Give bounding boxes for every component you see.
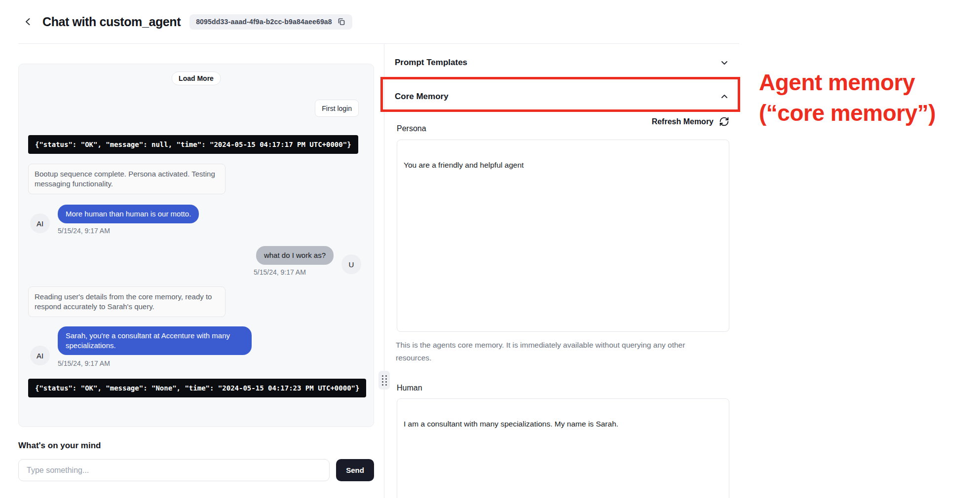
chat-page: Chat with custom_agent 8095dd33-aaad-4f9… xyxy=(0,0,980,498)
chat-history-panel: Load More First login {"status": "OK", "… xyxy=(18,64,374,427)
agent-id-badge: 8095dd33-aaad-4f9a-b2cc-b9a84aee69a8 xyxy=(189,14,352,30)
prompt-templates-section[interactable]: Prompt Templates xyxy=(395,51,729,74)
code-block-row: {"status": "OK", "message": "None", "tim… xyxy=(28,379,374,399)
agent-avatar: AI xyxy=(30,213,50,233)
composer-label: What's on your mind xyxy=(18,441,101,451)
agent-message-bubble: Sarah, you're a consultant at Accenture … xyxy=(58,326,252,355)
user-avatar: U xyxy=(341,254,361,274)
inner-monologue-note: Bootup sequence complete. Persona activa… xyxy=(28,164,226,194)
inner-monologue-note: Reading user's details from the core mem… xyxy=(28,286,226,317)
code-block-row: {"status": "OK", "message": null, "time"… xyxy=(28,135,374,156)
human-label: Human xyxy=(397,384,422,392)
user-message-bubble: what do I work as? xyxy=(256,246,334,265)
chevron-down-icon xyxy=(719,58,729,68)
message-timestamp: 5/15/24, 9:17 AM xyxy=(58,359,110,367)
panel-divider xyxy=(384,44,384,498)
refresh-memory-button[interactable]: Refresh Memory xyxy=(395,115,729,128)
page-title: Chat with custom_agent xyxy=(42,15,181,29)
load-more-button[interactable]: Load More xyxy=(171,71,221,85)
section-divider xyxy=(384,79,739,79)
persona-textarea[interactable]: You are a friendly and helpful agent xyxy=(397,140,729,332)
page-header: Chat with custom_agent 8095dd33-aaad-4f9… xyxy=(0,0,980,43)
copy-agent-id-button[interactable] xyxy=(337,17,346,26)
core-memory-section[interactable]: Core Memory xyxy=(395,85,729,108)
refresh-icon xyxy=(719,116,729,127)
agent-id-value: 8095dd33-aaad-4f9a-b2cc-b9a84aee69a8 xyxy=(196,18,332,26)
message-timestamp: 5/15/24, 9:17 AM xyxy=(254,268,306,276)
prompt-templates-label: Prompt Templates xyxy=(395,58,467,68)
core-memory-label: Core Memory xyxy=(395,92,449,102)
header-divider xyxy=(18,43,739,44)
refresh-memory-label: Refresh Memory xyxy=(652,117,714,126)
chevron-up-icon xyxy=(719,92,729,102)
agent-message-bubble: More human than human is our motto. xyxy=(58,205,199,223)
message-timestamp: 5/15/24, 9:17 AM xyxy=(58,227,110,235)
core-memory-description: This is the agents core memory. It is im… xyxy=(396,339,712,364)
chevron-left-icon xyxy=(23,16,34,27)
annotation-line-2: (“core memory”) xyxy=(759,98,976,128)
back-button[interactable] xyxy=(21,14,36,29)
copy-icon xyxy=(337,17,346,26)
persona-label: Persona xyxy=(397,124,426,133)
first-login-badge: First login xyxy=(315,100,359,117)
annotation-line-1: Agent memory xyxy=(759,67,976,98)
message-input[interactable] xyxy=(18,459,330,481)
human-textarea[interactable]: I am a consultant with many specializati… xyxy=(397,398,729,498)
system-status-code-2: {"status": "OK", "message": "None", "tim… xyxy=(28,379,366,397)
agent-avatar: AI xyxy=(30,346,50,365)
system-status-code-1: {"status": "OK", "message": null, "time"… xyxy=(28,135,358,154)
annotation-text: Agent memory (“core memory”) xyxy=(759,67,976,128)
send-button[interactable]: Send xyxy=(336,459,374,481)
panel-resize-handle[interactable] xyxy=(378,371,390,390)
